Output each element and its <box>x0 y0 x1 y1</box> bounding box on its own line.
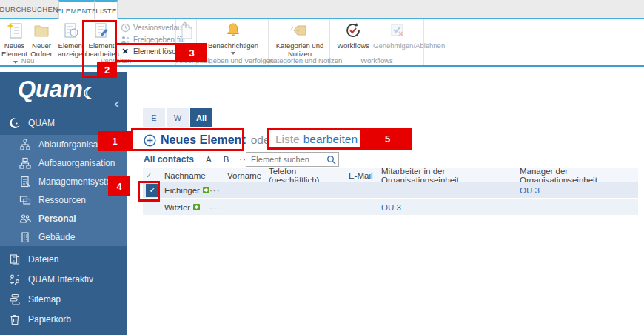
search-input[interactable] <box>246 152 339 167</box>
sidebar-item-quam-interaktiv[interactable]: QUAM Interaktiv <box>0 269 127 289</box>
annotation-number-5: 5 <box>363 128 412 150</box>
approve-reject-button[interactable]: Genehmigen/Ablehnen <box>373 21 422 50</box>
tab-durchsuchen[interactable]: DURCHSUCHEN <box>6 0 52 19</box>
new-folder-icon <box>29 21 54 41</box>
view-filter-bar: All contacts A B ··· <box>144 153 250 166</box>
sidebar-item-label: Aufbauorganisation <box>38 158 115 168</box>
search-box <box>246 152 339 167</box>
sidebar-item-label: Papierkorb <box>28 314 71 325</box>
bell-icon <box>206 21 261 41</box>
ribbon-group-neu: Neues Element Neuer Ordner Neu <box>0 19 56 65</box>
flowchart-icon <box>19 139 31 150</box>
sidebar-item-papierkorb[interactable]: Papierkorb <box>0 309 127 329</box>
annotation-box-3 <box>115 43 177 62</box>
sidebar-item-personal[interactable]: Personal <box>0 209 127 228</box>
new-item-label: Neues Element <box>1 42 27 58</box>
approve-reject-label: Genehmigen/Ablehnen <box>373 42 445 50</box>
sidebar-item-aufbauorganisation[interactable]: Aufbauorganisation <box>0 153 127 172</box>
group-label-freigeben: Freigeben und Verfolgen <box>197 56 268 64</box>
table-row[interactable]: ✓ Eichinger ✱ ··· OU 3 <box>143 182 638 198</box>
attach-file-button[interactable] <box>178 21 195 42</box>
filter-all-contacts[interactable]: All contacts <box>144 154 194 165</box>
trash-icon <box>9 314 21 325</box>
attach-file-icon <box>178 21 195 41</box>
ou-link[interactable]: OU 3 <box>520 186 540 195</box>
version-history-button[interactable]: Versionsverlauf <box>120 22 184 33</box>
workflows-button[interactable]: Workflows <box>333 21 373 50</box>
document-pen-icon <box>19 176 31 188</box>
app-window: DURCHSUCHEN ELEMENTE LISTE Neues Element… <box>0 0 644 335</box>
sidebar-item-sitemap[interactable]: Sitemap <box>0 289 127 309</box>
moon-icon <box>9 117 21 129</box>
tag-icon <box>273 21 326 41</box>
tab-elemente[interactable]: ELEMENTE <box>58 0 95 19</box>
search-icon[interactable] <box>326 154 336 168</box>
view-tab-w[interactable]: W <box>167 108 189 127</box>
screens-icon <box>19 194 31 206</box>
ribbon-tabstrip: DURCHSUCHEN ELEMENTE LISTE <box>0 0 644 19</box>
column-header-email[interactable]: E-Mail <box>349 171 381 180</box>
alert-me-label: Benachrichtigen <box>208 42 258 50</box>
edit-list-link[interactable]: bearbeiten <box>303 133 358 146</box>
sidebar-item-label: Gebäude <box>38 232 75 242</box>
new-folder-button[interactable]: Neuer Ordner <box>29 21 54 58</box>
people-icon <box>19 213 31 225</box>
sidebar-item-quam[interactable]: QUAM <box>0 113 127 133</box>
filter-b[interactable]: B <box>224 155 229 164</box>
filter-a[interactable]: A <box>206 155 212 164</box>
sidebar-item-label: QUAM <box>28 118 55 128</box>
view-tab-all[interactable]: All <box>190 108 212 127</box>
approve-reject-icon <box>373 21 422 41</box>
annotation-number-2: 2 <box>97 62 117 78</box>
new-item-badge: ✱ <box>193 204 200 210</box>
row-menu-ellipsis[interactable]: ··· <box>209 203 227 212</box>
contact-name-link[interactable]: Eichinger <box>164 186 200 195</box>
group-label-workflows: Workflows <box>330 56 423 64</box>
sitemap-icon <box>9 293 21 305</box>
sidebar-item-label: QUAM Interaktiv <box>28 274 93 285</box>
new-item-badge: ✱ <box>203 187 209 193</box>
ou-link[interactable]: OU 3 <box>381 203 401 212</box>
org-chart-icon <box>19 157 31 169</box>
select-all-checkmark[interactable]: ✓ <box>143 171 162 179</box>
sidebar-item-dateien[interactable]: Dateien <box>0 249 127 269</box>
view-tab-e[interactable]: E <box>143 108 165 127</box>
annotation-number-1: 1 <box>98 131 131 151</box>
sidebar: Quam☾ ‹ QUAM Ablauforganisation Aufbauor… <box>0 72 127 335</box>
view-item-icon <box>58 21 84 41</box>
sidebar-collapse-chevron[interactable]: ‹ <box>113 94 120 113</box>
sidebar-item-label: Dateien <box>28 254 58 265</box>
contact-name-link[interactable]: Witzler <box>164 203 190 212</box>
table-header-row: ✓ Nachname Vorname Telefon (geschäftlich… <box>143 168 638 182</box>
workflows-label: Workflows <box>337 42 369 50</box>
tab-liste[interactable]: LISTE <box>95 0 118 19</box>
annotation-box-1 <box>131 128 244 151</box>
tags-notes-button[interactable]: Kategorien und Notizen <box>273 21 326 58</box>
column-header-nachname[interactable]: Nachname <box>162 171 209 180</box>
column-header-mitarbeiter[interactable]: Mitarbeiter in der Organisationseinheit <box>381 167 520 185</box>
annotation-box-4 <box>138 181 160 202</box>
workflows-icon <box>333 21 373 41</box>
alert-me-button[interactable]: Benachrichtigen <box>206 21 261 55</box>
new-folder-label: Neuer Ordner <box>30 42 53 58</box>
sidebar-item-gebaeude[interactable]: Gebäude <box>0 228 127 246</box>
row-menu-ellipsis[interactable]: ··· <box>209 186 227 195</box>
ribbon-group-freigeben: Benachrichtigen Freigeben und Verfolgen <box>197 19 269 65</box>
tags-notes-label: Kategorien und Notizen <box>276 42 323 58</box>
column-header-manager[interactable]: Manager der Organisationseinheit <box>520 167 638 185</box>
version-history-icon <box>120 23 130 33</box>
annotation-box-5: Liste bearbeiten <box>267 128 363 150</box>
view-item-button[interactable]: Element anzeigen <box>58 21 84 58</box>
sidebar-item-label: Sitemap <box>28 294 61 305</box>
group-label-neu: Neu <box>0 56 56 64</box>
sidebar-item-label: Personal <box>38 213 76 224</box>
column-header-vorname[interactable]: Vorname <box>227 171 269 180</box>
new-item-icon <box>1 21 27 41</box>
ribbon-group-workflows: Workflows Genehmigen/Ablehnen Workflows <box>330 19 424 65</box>
column-header-telefon[interactable]: Telefon (geschäftlich) <box>269 167 349 185</box>
quam-logo: Quam☾ <box>18 76 96 103</box>
annotation-number-3: 3 <box>177 43 207 62</box>
group-label-kategorien: Kategorien und Notizen <box>269 56 329 64</box>
annotation-number-4: 4 <box>108 176 130 196</box>
table-row[interactable]: Witzler ✱ ··· OU 3 <box>143 199 638 215</box>
